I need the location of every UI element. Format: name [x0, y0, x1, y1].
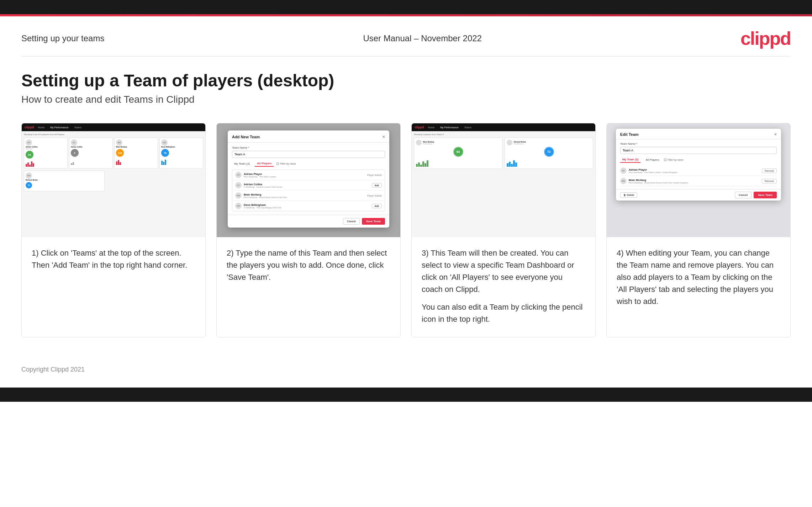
edit-player-info-2: Blair McHarg Plus Handicap · Royal North… [629, 178, 760, 184]
save-team-button[interactable]: Save Team [362, 218, 385, 225]
player-name-2: Adrian Coliba [244, 183, 370, 186]
tdash-logo: clippd [415, 126, 424, 129]
player-name-4: Dave Billingham [244, 203, 370, 207]
edit-team-modal: Edit Team × Team Name * My Team (2) All … [616, 129, 781, 201]
tbar [418, 162, 420, 167]
edit-player-row-2: BM Blair McHarg Plus Handicap · Royal No… [620, 176, 777, 186]
tab-my-team[interactable]: My Team (2) [232, 161, 252, 166]
tbar [420, 165, 422, 167]
dash-score-2: 0 [71, 149, 79, 157]
tdash-psub-1: Plus Handicap [423, 143, 434, 145]
cancel-button[interactable]: Cancel [343, 218, 360, 225]
player-avatar-4: DB [235, 203, 242, 209]
dash-subtitle: Showing 5 out of 6 players from All Play… [24, 133, 203, 135]
team-name-input[interactable] [232, 151, 385, 158]
modal-background: Add New Team × Team Name * My Team (2) A… [217, 123, 400, 237]
filter-checkbox[interactable] [276, 162, 279, 165]
add-player-btn-4[interactable]: Add [372, 204, 382, 208]
player-info-1: Adrian Player Plus Handicap · The Shire … [244, 172, 365, 178]
tdash-player-header-1: Blair McHarg Plus Handicap [416, 140, 500, 145]
card-3-description-1: 3) This Team will then be created. You c… [422, 247, 585, 295]
header: Setting up your teams User Manual – Nove… [0, 16, 812, 56]
tdash-player-card-2: Richard Butler Plus Handicap 72 [505, 138, 593, 169]
dash-score-4: 78 [161, 149, 169, 157]
add-team-modal: Add New Team × Team Name * My Team (2) A… [228, 130, 389, 228]
tbar [509, 162, 511, 167]
dash-avatar-3: BM [116, 139, 122, 146]
tdash-topbar: clippd Home My Performance Teams [412, 123, 595, 131]
delete-button[interactable]: 🗑 Delete [620, 192, 637, 198]
tdash-players-grid: Blair McHarg Plus Handicap 94 [414, 138, 593, 169]
filter-by-name: Filter by name [276, 162, 296, 165]
player-info-2: Adrian Coliba 1 Handicap · Central Londo… [244, 183, 370, 188]
modal-header: Add New Team × [228, 130, 389, 143]
player-list: AP Adrian Player Plus Handicap · The Shi… [232, 170, 385, 211]
edit-player-club-1: Plus Handicap · The Shire London, United… [629, 171, 760, 174]
add-player-btn-2[interactable]: Add [372, 183, 382, 188]
edit-filter-checkbox[interactable] [664, 159, 666, 161]
tbar [427, 160, 428, 167]
bar [163, 162, 164, 165]
edit-tab-my-team[interactable]: My Team (2) [620, 157, 641, 163]
edit-team-name-input[interactable] [620, 147, 777, 154]
tdash-nav-teams: My Performance [438, 126, 460, 129]
tdash-subtitle: Showing 2 players from Team A [414, 133, 593, 135]
edit-cancel-button[interactable]: Cancel [735, 192, 752, 198]
tdash-nav-analysis: Teams [463, 126, 474, 129]
bar [31, 161, 32, 167]
player-row-4: DB Dave Billingham 5 Handicap · The Gog … [232, 201, 385, 211]
dash-avatar-5: RB [26, 172, 32, 179]
tab-all-players[interactable]: All Players [255, 161, 274, 167]
edit-player-info-1: Adrian Player Plus Handicap · The Shire … [629, 168, 760, 174]
edit-modal-title: Edit Team [620, 132, 639, 137]
player-status-3: Player Added [367, 194, 382, 197]
tdash-nav-home: Home [426, 126, 437, 129]
modal-body: Team Name * My Team (2) All Players Filt… [228, 143, 389, 215]
tdash-bars-1 [416, 158, 500, 167]
card-4-description: 4) When editing your Team, you can chang… [617, 247, 780, 308]
bar [27, 162, 29, 167]
modal-close-icon[interactable]: × [382, 134, 385, 139]
player-status-1: Player Added [367, 174, 382, 176]
tdash-score-2: 72 [544, 147, 554, 157]
bar [116, 161, 117, 165]
dash-avatar-4: DB [161, 139, 168, 146]
player-row-1: AP Adrian Player Plus Handicap · The Shi… [232, 170, 385, 180]
bar [71, 163, 72, 165]
bar [73, 162, 74, 165]
dash-player-bottom: RB Richard Butler 72 [24, 171, 105, 191]
bar [29, 165, 31, 167]
remove-player-btn-2[interactable]: Remove [762, 179, 777, 183]
page-title: Setting up a Team of players (desktop) [21, 71, 791, 90]
card-2-text: 2) Type the name of this Team and then s… [217, 237, 400, 337]
edit-tab-all-players[interactable]: All Players [643, 157, 661, 162]
card-4-text: 4) When editing your Team, you can chang… [607, 237, 790, 337]
dash-player-card-2: AC Adrian Coliba 0 [69, 138, 113, 169]
edit-player-name-1: Adrian Player [629, 168, 760, 171]
header-section-label: Setting up your teams [21, 33, 104, 43]
tbar [416, 164, 418, 167]
card-2: Add New Team × Team Name * My Team (2) A… [216, 123, 401, 337]
player-club-4: 5 Handicap · The Gog Magog Golf Club [244, 207, 370, 209]
edit-avatar-1: AP [620, 167, 627, 174]
edit-player-list: AP Adrian Player Plus Handicap · The Shi… [620, 166, 777, 186]
edit-player-row-1: AP Adrian Player Plus Handicap · The Shi… [620, 166, 777, 176]
tbar [513, 160, 515, 167]
tbar [425, 163, 426, 167]
dash-nav-teams2: Teams [73, 126, 84, 129]
dash-pname-2: Adrian Coliba [71, 146, 111, 148]
edit-modal-close-icon[interactable]: × [774, 132, 777, 137]
dash-logo: clippd [25, 126, 34, 129]
player-row-3: BM Blair McHarg Plus Handicap · Royal No… [232, 191, 385, 201]
edit-modal-background: Edit Team × Team Name * My Team (2) All … [607, 123, 790, 237]
top-bar [0, 0, 812, 14]
edit-save-team-button[interactable]: Save Team [754, 192, 777, 198]
modal-field-label: Team Name * [232, 146, 385, 149]
player-info-3: Blair McHarg Plus Handicap · Royal North… [244, 193, 365, 198]
tdash-pname-2: Richard Butler [514, 141, 526, 143]
page-title-section: Setting up a Team of players (desktop) H… [0, 71, 812, 123]
remove-player-btn-1[interactable]: Remove [762, 169, 777, 173]
card-2-screenshot: Add New Team × Team Name * My Team (2) A… [217, 123, 400, 237]
team-dashboard-mockup: clippd Home My Performance Teams Showing… [412, 123, 595, 237]
dash-players-grid: AP Adrian Collins Handicap 1 84 [24, 138, 203, 169]
